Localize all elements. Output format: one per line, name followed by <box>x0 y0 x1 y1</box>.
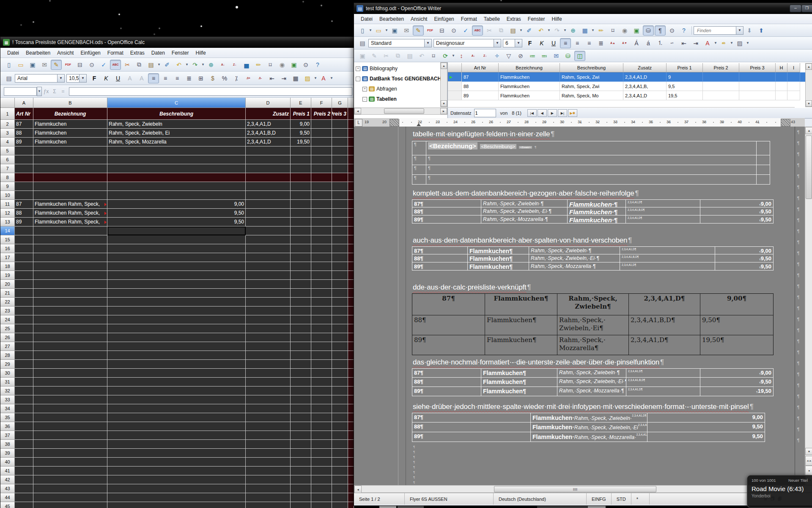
table-cell[interactable]: Rahm,·Speck, Zwiebeln¶ <box>557 293 629 315</box>
calc-sheet-grid[interactable]: ABCDEFG1Art NrBezeichnungBeschreibungZus… <box>0 98 354 508</box>
cell-G2[interactable] <box>332 120 348 129</box>
table-icon[interactable]: ▦ <box>579 25 590 36</box>
cell-B39[interactable] <box>33 449 107 458</box>
undo-icon[interactable]: ↶ <box>535 25 546 36</box>
grid-cell[interactable]: 88 <box>462 82 499 91</box>
cell-G20[interactable] <box>332 280 348 289</box>
cell-A13[interactable]: 89 <box>15 218 33 226</box>
previous-page-icon[interactable]: ⏶⏶ <box>805 456 812 466</box>
tree-vertical-scrollbar[interactable]: ▲▼ <box>440 62 447 107</box>
cell-F37[interactable] <box>311 431 332 440</box>
cell-B24[interactable] <box>33 315 107 324</box>
cell-E21[interactable] <box>291 289 311 298</box>
cell-B43[interactable] <box>33 484 107 493</box>
find-dropdown-icon[interactable]: ▼ <box>736 27 743 34</box>
cell-C15[interactable] <box>107 235 246 244</box>
grid-cell[interactable] <box>787 91 800 100</box>
cell-F1[interactable]: Preis 2 <box>311 108 332 120</box>
cell-E41[interactable] <box>291 467 311 475</box>
writer-menu-datei[interactable]: Datei <box>357 15 376 23</box>
cell-E40[interactable] <box>291 458 311 467</box>
scroll-left-icon[interactable]: ◄ <box>354 486 362 493</box>
table-cell[interactable]: 88¶ <box>412 422 531 432</box>
calc-menu-hilfe[interactable]: Hilfe <box>192 49 209 57</box>
calc-name-box[interactable] <box>4 87 37 96</box>
find-record-icon[interactable]: ⌑ <box>428 51 439 61</box>
cell-H21[interactable] <box>348 289 354 298</box>
cell-A41[interactable] <box>15 467 33 475</box>
database-field-chip[interactable]: <Zusatz> <box>519 146 532 149</box>
cell-C41[interactable] <box>107 467 246 475</box>
table-cell[interactable]: 9,50 <box>647 422 765 432</box>
scroll-down-icon[interactable]: ▼ <box>805 448 812 455</box>
data-source-grid[interactable]: Art NrBezeichnungBeschreibungZusatzPreis… <box>448 62 812 118</box>
column-header-D[interactable]: D <box>246 98 291 108</box>
column-header-A[interactable]: A <box>15 98 33 108</box>
paste-icon[interactable]: ▤ <box>145 60 156 70</box>
cell-D1[interactable]: Zusatz <box>246 108 291 120</box>
cell-C40[interactable] <box>107 458 246 467</box>
borders-icon[interactable]: ▦ <box>290 73 301 83</box>
new-record-icon[interactable]: ▶✱ <box>568 109 577 117</box>
table-cell[interactable]: 2,3,4,A1,D¶ <box>629 293 700 315</box>
cell-C39[interactable] <box>107 449 246 458</box>
cell-E29[interactable] <box>291 360 311 369</box>
zoom-icon[interactable]: ⊙ <box>300 60 311 70</box>
grid-cell[interactable]: 89 <box>462 91 499 100</box>
table-cell[interactable]: 9,50¶ <box>700 207 774 215</box>
cell-G43[interactable] <box>332 484 348 493</box>
bullets-icon[interactable]: •≡ <box>667 38 678 48</box>
cell-H28[interactable] <box>348 351 354 360</box>
spellcheck-icon[interactable]: ✓ <box>460 25 471 36</box>
maximize-button[interactable]: ❐ <box>801 5 812 12</box>
cut-icon[interactable]: ✂ <box>122 60 133 70</box>
cell-C29[interactable] <box>107 360 246 369</box>
underline-icon[interactable]: U <box>112 73 123 83</box>
cell-H16[interactable] <box>348 244 354 253</box>
column-header-C[interactable]: C <box>107 98 246 108</box>
cell-B30[interactable] <box>33 369 107 378</box>
calc-menu-einfgen[interactable]: Einfügen <box>77 49 104 57</box>
row-header-19[interactable]: 19 <box>0 271 15 280</box>
calc-menu-bearbeiten[interactable]: Bearbeiten <box>22 49 54 57</box>
cell-G21[interactable] <box>332 289 348 298</box>
cell-F9[interactable] <box>311 182 332 191</box>
table-cell[interactable]: Rahm,·Speck,· Zwiebeln,·Ei¶ <box>557 315 629 335</box>
cell-A25[interactable] <box>15 324 33 333</box>
font-name-combo[interactable]: Arial▼ <box>15 74 65 83</box>
cell-D6[interactable] <box>246 155 291 164</box>
column-header-F[interactable]: F <box>311 98 332 108</box>
cell-G41[interactable] <box>332 467 348 475</box>
cell-B42[interactable] <box>33 475 107 484</box>
table-cell[interactable]: 9,00¶ <box>700 368 774 378</box>
currency-icon[interactable]: $ <box>207 73 218 83</box>
undo-icon[interactable]: ↶ <box>173 60 184 70</box>
cell-E8[interactable] <box>291 173 311 182</box>
cell-B45[interactable] <box>33 502 107 508</box>
mail-merge-icon[interactable]: ✉ <box>551 51 562 61</box>
cell-G31[interactable] <box>332 378 348 387</box>
zoom-icon[interactable]: ⊙ <box>667 25 678 36</box>
find-replace-icon[interactable]: ⌑ <box>265 60 276 70</box>
grid-scroll-down-icon[interactable]: ▼ <box>806 100 812 107</box>
cell-H18[interactable] <box>348 262 354 271</box>
cell-G40[interactable] <box>332 458 348 467</box>
cell-C28[interactable] <box>107 351 246 360</box>
cell-F33[interactable] <box>311 395 332 404</box>
cell-C27[interactable] <box>107 342 246 351</box>
refresh-icon-dropdown[interactable]: ▼ <box>451 51 455 61</box>
cell-B17[interactable] <box>33 253 107 262</box>
tree-expander-icon[interactable]: - <box>356 77 360 81</box>
cell-G30[interactable] <box>332 369 348 378</box>
table-cell[interactable]: 19,50¶ <box>700 387 774 396</box>
table-cell[interactable]: Flammkuchen·Rahm,·Speck,·Mozzarella·2,3,… <box>531 432 647 442</box>
writer-menu-ansicht[interactable]: Ansicht <box>407 15 431 23</box>
cell-F16[interactable] <box>311 244 332 253</box>
align-center-icon[interactable]: ≡ <box>160 73 171 83</box>
cell-E16[interactable] <box>291 244 311 253</box>
row-header-26[interactable]: 26 <box>0 333 15 342</box>
cell-B35[interactable] <box>33 413 107 422</box>
cell-G27[interactable] <box>332 342 348 351</box>
cell-H31[interactable] <box>348 378 354 387</box>
explorer-toggle-icon[interactable]: ◫ <box>574 51 585 61</box>
